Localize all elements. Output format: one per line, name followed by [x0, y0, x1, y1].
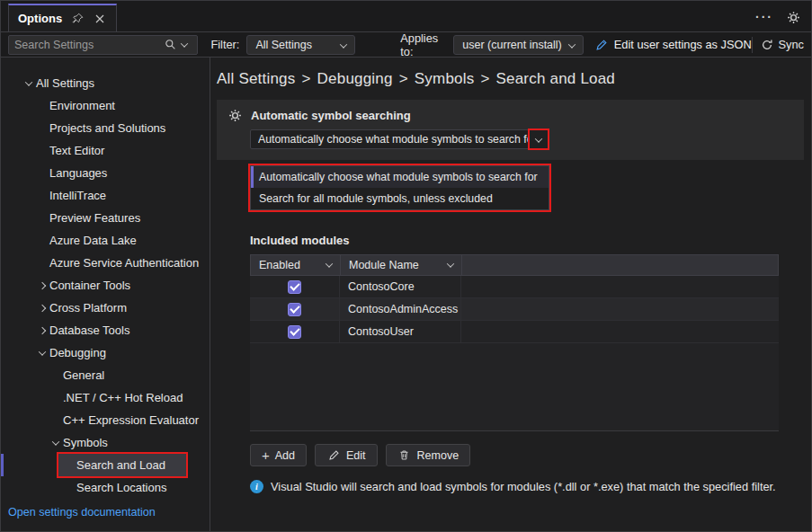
add-button-label: Add [275, 449, 295, 462]
sidebar-item-label: Symbols [63, 436, 108, 449]
sidebar-item-container-tools[interactable]: Container Tools [1, 274, 210, 297]
sidebar-item-cross-platform[interactable]: Cross Platform [1, 297, 210, 319]
symbol-search-combobox[interactable]: Automatically choose what module symbols… [250, 129, 549, 149]
edit-button[interactable]: Edit [315, 444, 378, 466]
sidebar-item-text-editor[interactable]: Text Editor [1, 139, 210, 162]
options-tab[interactable]: Options [8, 4, 117, 31]
breadcrumb-symbols[interactable]: Symbols [415, 70, 475, 87]
combobox-chevron-button[interactable] [530, 130, 548, 148]
sidebar-item-label: Azure Data Lake [49, 234, 137, 247]
column-header-label: Enabled [259, 259, 300, 271]
edit-button-label: Edit [346, 449, 366, 462]
table-body: ContosoCore ContosoAdminAccess ContosoUs… [250, 276, 779, 431]
dropdown-option-label: Search for all module symbols, unless ex… [259, 192, 493, 205]
remove-button[interactable]: Remove [386, 444, 471, 466]
sidebar-item-general[interactable]: General [1, 364, 210, 386]
search-input[interactable] [14, 39, 163, 51]
chevron-down-icon [341, 39, 346, 51]
sidebar-item-search-and-load[interactable]: Search and Load [1, 454, 210, 476]
settings-content: All Settings>Debugging>Symbols>Search an… [210, 58, 811, 531]
edit-user-settings-json-button[interactable]: Edit user settings as JSON [594, 38, 752, 52]
search-settings-box[interactable] [8, 35, 198, 55]
sidebar-item-symbols[interactable]: Symbols [1, 431, 210, 454]
table-row[interactable]: ContosoUser [250, 321, 779, 343]
sidebar-item-label: Azure Service Authentication [49, 256, 199, 270]
settings-toolbar: Filter: All Settings Applies to: user (c… [1, 32, 811, 58]
chevron-right-icon[interactable] [34, 306, 49, 311]
breadcrumb-search-and-load[interactable]: Search and Load [496, 70, 616, 87]
breadcrumb-separator: > [301, 70, 310, 87]
title-bar: Options ··· [1, 1, 811, 32]
sidebar-item-label: General [63, 368, 104, 382]
filter-dropdown-value: All Settings [255, 39, 334, 51]
sidebar-item-cpp-expression-evaluator[interactable]: C++ Expression Evaluator [1, 409, 210, 431]
enabled-checkbox[interactable] [288, 280, 301, 294]
options-window: Options ··· Filter: All Settings [0, 0, 812, 532]
sidebar-item-database-tools[interactable]: Database Tools [1, 319, 210, 341]
chevron-down-icon[interactable] [48, 440, 63, 446]
breadcrumb-debugging[interactable]: Debugging [317, 70, 393, 87]
filter-dropdown[interactable]: All Settings [246, 35, 355, 55]
column-header-module-name[interactable]: Module Name [341, 255, 462, 275]
chevron-right-icon[interactable] [34, 283, 49, 288]
pin-icon[interactable] [70, 12, 85, 26]
sidebar-item-label: Container Tools [49, 279, 130, 292]
search-icon[interactable] [163, 38, 177, 52]
chevron-down-icon[interactable] [21, 81, 36, 86]
dropdown-option-auto-choose[interactable]: Automatically choose what module symbols… [251, 166, 549, 188]
sidebar-item-intellitrace[interactable]: IntelliTrace [1, 184, 210, 207]
chevron-down-icon[interactable] [447, 260, 454, 267]
enabled-checkbox[interactable] [288, 325, 301, 339]
sidebar-item-debugging[interactable]: Debugging [1, 341, 210, 364]
sidebar-item-label: IntelliTrace [49, 189, 106, 202]
enabled-checkbox[interactable] [288, 303, 301, 316]
sync-button[interactable]: Sync [760, 38, 804, 52]
included-modules-table: Enabled Module Name ContosoCore [250, 254, 779, 431]
sidebar-item-azure-data-lake[interactable]: Azure Data Lake [1, 229, 210, 252]
breadcrumb-separator: > [480, 70, 489, 87]
gear-icon [228, 108, 242, 122]
sidebar-item-label: Text Editor [49, 144, 104, 157]
open-settings-documentation-link[interactable]: Open settings documentation [8, 506, 156, 519]
sidebar-item-dotnet-cpp-hot-reload[interactable]: .NET / C++ Hot Reload [1, 386, 210, 409]
automatic-symbol-searching-panel: Automatic symbol searching Automatically… [217, 100, 804, 160]
options-tab-label: Options [18, 12, 62, 25]
search-options-chevron-icon[interactable] [177, 38, 192, 52]
chevron-down-icon[interactable] [34, 350, 49, 356]
breadcrumb-all-settings[interactable]: All Settings [217, 70, 295, 87]
info-icon: i [250, 480, 263, 493]
dropdown-option-search-all[interactable]: Search for all module symbols, unless ex… [251, 188, 549, 209]
column-header-label: Module Name [349, 259, 419, 271]
sidebar-item-environment[interactable]: Environment [1, 94, 210, 117]
column-header-enabled[interactable]: Enabled [251, 255, 341, 275]
symbol-search-combobox-value: Automatically choose what module symbols… [258, 133, 530, 146]
edit-json-label: Edit user settings as JSON [614, 38, 752, 51]
chevron-down-icon [569, 39, 575, 51]
overflow-menu-icon[interactable]: ··· [755, 13, 773, 22]
chevron-down-icon[interactable] [326, 260, 333, 267]
sidebar-item-search-locations[interactable]: Search Locations [1, 476, 210, 499]
column-header-blank [462, 255, 778, 275]
sidebar-item-label: Languages [49, 166, 107, 180]
sidebar-item-projects-and-solutions[interactable]: Projects and Solutions [1, 117, 210, 139]
close-icon[interactable] [93, 12, 107, 26]
toolbar-divider [752, 37, 753, 53]
sidebar-item-languages[interactable]: Languages [1, 162, 210, 184]
table-row[interactable]: ContosoCore [250, 276, 779, 298]
module-name-cell: ContosoCore [340, 276, 461, 297]
module-name-cell: ContosoUser [340, 321, 461, 342]
filter-label: Filter: [210, 38, 239, 51]
sidebar-item-label: Environment [49, 99, 115, 112]
chevron-right-icon[interactable] [34, 328, 49, 333]
sidebar-item-azure-service-authentication[interactable]: Azure Service Authentication [1, 252, 210, 274]
table-header-row: Enabled Module Name [250, 254, 779, 276]
table-row[interactable]: ContosoAdminAccess [250, 298, 779, 321]
dropdown-option-label: Automatically choose what module symbols… [259, 171, 538, 183]
add-button[interactable]: + Add [250, 444, 307, 466]
sidebar-item-preview-features[interactable]: Preview Features [1, 207, 210, 229]
sync-icon [760, 38, 774, 52]
applies-to-dropdown[interactable]: user (current install) [453, 35, 583, 55]
gear-icon[interactable] [786, 10, 800, 24]
sidebar-item-label: Search Locations [76, 481, 166, 494]
sidebar-item-all-settings[interactable]: All Settings [1, 72, 210, 94]
